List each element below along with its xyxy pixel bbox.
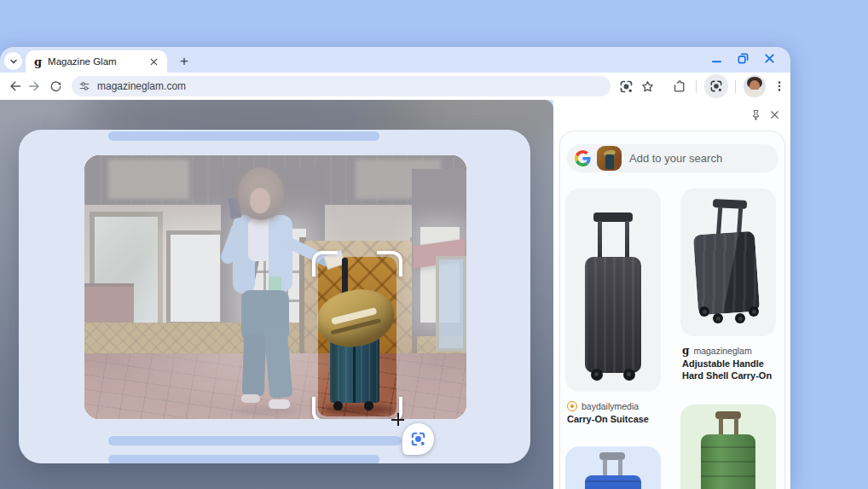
product-source[interactable]: g magazineglam <box>682 346 752 356</box>
product-image-blue-suitcase[interactable] <box>565 446 661 489</box>
site-favicon: g <box>34 56 42 67</box>
toolbar-separator <box>735 80 736 93</box>
browser-window: g Magazine Glam + <box>0 47 790 489</box>
google-logo <box>575 150 591 166</box>
lens-search-bar[interactable]: Add to your search <box>567 144 778 172</box>
lens-search-icon[interactable] <box>617 78 634 95</box>
close-panel-icon[interactable] <box>768 108 781 121</box>
new-tab-button[interactable]: + <box>174 51 194 72</box>
product-image-gray-carryon[interactable] <box>565 189 661 392</box>
lens-icon <box>410 431 426 447</box>
address-bar[interactable]: magazineglam.com <box>72 76 610 96</box>
magazineglam-favicon: g <box>682 346 689 356</box>
browser-content: Add to your search baydailymedia <box>0 100 790 489</box>
browser-toolbar: magazineglam.com <box>0 73 790 100</box>
woman-figure <box>212 166 315 415</box>
product-source[interactable]: baydailymedia <box>567 401 639 411</box>
tab-title: Magazine Glam <box>48 56 147 67</box>
lens-active-button[interactable] <box>704 74 728 98</box>
selection-thumbnail[interactable] <box>597 146 622 171</box>
tab-close-icon[interactable] <box>147 55 160 68</box>
lens-results-card: Add to your search baydailymedia <box>559 131 785 489</box>
pin-icon[interactable] <box>749 108 762 121</box>
chevron-down-icon <box>9 57 18 66</box>
lens-fab-button[interactable] <box>402 423 434 455</box>
article-card <box>19 130 530 463</box>
forward-button[interactable] <box>26 78 43 95</box>
product-image-gray-angled[interactable] <box>680 189 776 336</box>
selection-brackets[interactable] <box>312 251 402 419</box>
screenshot-stage: g Magazine Glam + <box>0 0 868 489</box>
product-title[interactable]: Carry-On Suitcase <box>567 414 668 426</box>
close-window-button[interactable] <box>764 53 775 64</box>
bookmark-star-icon[interactable] <box>639 78 656 95</box>
back-button[interactable] <box>6 78 23 95</box>
hero-image[interactable] <box>84 155 466 419</box>
webpage-dimmed-area <box>0 100 553 489</box>
product-image-green-suitcase[interactable] <box>680 405 776 489</box>
baydailymedia-favicon <box>567 401 577 411</box>
restore-button[interactable] <box>738 53 749 64</box>
site-settings-icon[interactable] <box>78 80 90 92</box>
minimize-button[interactable] <box>711 53 722 64</box>
skeleton-text-pill <box>108 131 379 141</box>
tab-magazine-glam[interactable]: g Magazine Glam <box>26 50 167 73</box>
profile-avatar[interactable] <box>744 75 766 97</box>
search-placeholder-text[interactable]: Add to your search <box>629 144 722 172</box>
skeleton-text-pill <box>108 455 379 463</box>
product-title[interactable]: Adjustable Handle Hard Shell Carry-On <box>682 358 783 381</box>
menu-dots-icon[interactable] <box>771 78 788 95</box>
url-text: magazineglam.com <box>97 80 186 92</box>
crosshair-cursor <box>391 413 404 426</box>
tab-strip: g Magazine Glam + <box>0 47 790 73</box>
skeleton-text-pill <box>108 436 402 445</box>
tab-search-button[interactable] <box>4 52 22 70</box>
lens-side-panel: Add to your search baydailymedia <box>553 100 790 489</box>
toolbar-separator <box>696 80 697 93</box>
reload-button[interactable] <box>47 78 64 95</box>
extensions-icon[interactable] <box>670 78 687 95</box>
